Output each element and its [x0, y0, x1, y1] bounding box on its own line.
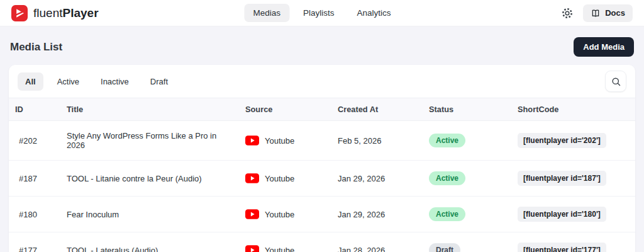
search-button[interactable] — [605, 71, 626, 92]
fluentplayer-logo-icon — [11, 5, 28, 21]
media-list-card: AllActiveInactiveDraft IDTitleSourceCrea… — [9, 65, 635, 252]
media-source: Youtube — [239, 121, 331, 161]
media-id: #202 — [9, 121, 60, 161]
column-header: Created At — [331, 98, 423, 121]
shortcode-chip[interactable]: [fluentplayer id='177'] — [518, 243, 606, 252]
created-at: Jan 28, 2026 — [331, 232, 423, 252]
created-at: Jan 29, 2026 — [331, 161, 423, 197]
youtube-icon — [245, 135, 259, 146]
card-toolbar: AllActiveInactiveDraft — [9, 65, 635, 98]
search-icon — [611, 76, 621, 87]
brand-logo[interactable]: fluentPlayer — [11, 5, 99, 21]
source-label: Youtube — [265, 246, 294, 252]
column-header: Source — [239, 98, 331, 121]
media-title: TOOL - Lateralus (Audio) — [60, 232, 239, 252]
shortcode-chip[interactable]: [fluentplayer id='202'] — [518, 133, 606, 148]
docs-button[interactable]: Docs — [583, 4, 633, 22]
media-source: Youtube — [239, 161, 331, 197]
table-row: #177 TOOL - Lateralus (Audio) Youtube — [9, 232, 635, 252]
youtube-icon — [245, 173, 259, 183]
status-badge: Draft — [429, 243, 460, 252]
brand-name: fluentPlayer — [33, 6, 99, 20]
table-row: #180 Fear Inoculum Youtube — [9, 197, 635, 232]
status-filters: AllActiveInactiveDraft — [18, 72, 175, 91]
book-icon — [591, 8, 601, 18]
status-badge: Active — [429, 171, 465, 185]
media-id: #187 — [9, 161, 60, 197]
filter-tab[interactable]: All — [18, 72, 43, 91]
column-header: Title — [60, 98, 239, 121]
nav-item[interactable]: Playlists — [294, 4, 343, 22]
source-label: Youtube — [265, 174, 294, 183]
status-badge: Active — [429, 134, 465, 147]
filter-tab[interactable]: Draft — [143, 72, 175, 91]
shortcode-chip[interactable]: [fluentplayer id='180'] — [518, 207, 606, 222]
youtube-icon — [245, 209, 259, 219]
youtube-icon — [245, 245, 259, 252]
top-header: fluentPlayer MediasPlaylistsAnalytics Do… — [0, 0, 644, 26]
top-actions: Docs — [561, 4, 633, 22]
source-label: Youtube — [265, 210, 294, 219]
column-header: ID — [9, 98, 60, 121]
media-title: Fear Inoculum — [60, 197, 239, 232]
filter-tab[interactable]: Inactive — [93, 72, 136, 91]
status-badge: Active — [429, 207, 465, 221]
main-nav: MediasPlaylistsAnalytics — [244, 4, 399, 22]
media-source: Youtube — [239, 232, 331, 252]
nav-item[interactable]: Medias — [244, 4, 289, 22]
media-table: IDTitleSourceCreated AtStatusShortCode #… — [9, 98, 635, 252]
page-head: Media List Add Media — [0, 26, 644, 65]
created-at: Jan 29, 2026 — [331, 197, 423, 232]
shortcode-chip[interactable]: [fluentplayer id='187'] — [518, 171, 606, 186]
media-id: #180 — [9, 197, 60, 232]
media-title: TOOL - Litanie contre la Peur (Audio) — [60, 161, 239, 197]
media-id: #177 — [9, 232, 60, 252]
page-title: Media List — [10, 41, 62, 54]
column-header: Status — [423, 98, 511, 121]
source-label: Youtube — [265, 136, 294, 146]
created-at: Feb 5, 2026 — [331, 121, 423, 161]
nav-item[interactable]: Analytics — [348, 4, 400, 22]
table-row: #202 Style Any WordPress Forms Like a Pr… — [9, 121, 635, 161]
media-source: Youtube — [239, 197, 331, 232]
column-header: ShortCode — [511, 98, 635, 121]
docs-label: Docs — [605, 8, 625, 18]
media-title: Style Any WordPress Forms Like a Pro in … — [60, 121, 239, 161]
table-row: #187 TOOL - Litanie contre la Peur (Audi… — [9, 161, 635, 197]
filter-tab[interactable]: Active — [50, 72, 87, 91]
table-header-row: IDTitleSourceCreated AtStatusShortCode — [9, 98, 635, 121]
add-media-button[interactable]: Add Media — [574, 37, 634, 57]
settings-gear-icon[interactable] — [561, 7, 574, 20]
